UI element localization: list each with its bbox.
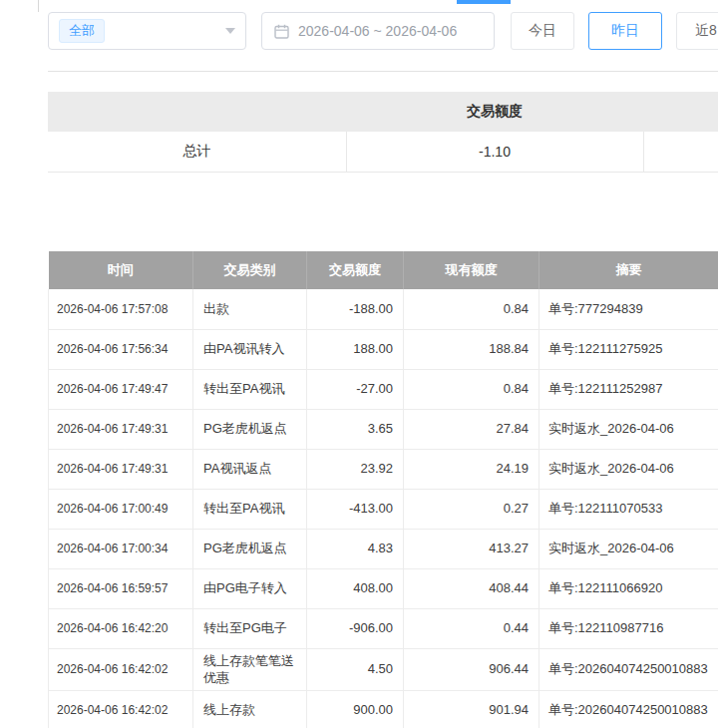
table-cell: 线上存款笔笔送优惠: [193, 648, 307, 690]
table-cell: 单号:202604074250010883: [539, 690, 718, 728]
table-cell: 单号:122111275925: [539, 329, 718, 369]
table-row: 2026-04-06 16:59:57由PG电子转入408.00408.44单号…: [49, 568, 718, 608]
table-row: 2026-04-06 17:00:34PG老虎机返点4.83413.27实时返水…: [49, 529, 718, 568]
table-cell: 2026-04-06 17:00:49: [49, 489, 193, 529]
range-button-last8days[interactable]: 近8日: [676, 12, 718, 50]
table-cell: 413.27: [404, 529, 539, 568]
table-cell: 0.84: [404, 289, 539, 329]
summary-total-row: 总计 -1.10: [48, 132, 718, 172]
table-cell: 0.84: [404, 369, 539, 409]
table-cell: 由PG电子转入: [193, 568, 307, 608]
table-cell: 23.92: [307, 449, 404, 489]
table-cell: 24.19: [404, 449, 539, 489]
table-cell: 转出至PG电子: [193, 608, 307, 648]
table-cell: 4.83: [307, 529, 404, 568]
table-row: 2026-04-06 17:49:31PG老虎机返点3.6527.84实时返水_…: [49, 409, 718, 449]
table-cell: 901.94: [404, 690, 539, 728]
table-cell: 2026-04-06 17:49:47: [49, 369, 193, 409]
table-cell: 188.84: [404, 329, 539, 369]
table-cell: 2026-04-06 16:42:02: [49, 690, 193, 728]
column-header: 摘要: [539, 251, 718, 289]
table-cell: 2026-04-06 16:42:02: [49, 648, 193, 690]
table-row: 2026-04-06 17:00:49转出至PA视讯-413.000.27单号:…: [49, 489, 718, 529]
table-row: 2026-04-06 17:49:31PA视讯返点23.9224.19实时返水_…: [49, 449, 718, 489]
date-range-value: 2026-04-06 ~ 2026-04-06: [298, 23, 457, 39]
table-cell: 线上存款: [193, 690, 307, 728]
table-cell: 实时返水_2026-04-06: [539, 529, 718, 568]
table-cell: -27.00: [307, 369, 404, 409]
table-cell: 4.50: [307, 648, 404, 690]
range-button-yesterday[interactable]: 昨日: [588, 12, 662, 50]
table-cell: 出款: [193, 289, 307, 329]
summary-header-empty: [48, 92, 346, 132]
table-cell: 实时返水_2026-04-06: [539, 409, 718, 449]
table-cell: -188.00: [307, 289, 404, 329]
table-cell: 转出至PA视讯: [193, 489, 307, 529]
table-cell: 408.44: [404, 568, 539, 608]
table-cell: PG老虎机返点: [193, 529, 307, 568]
column-header: 交易额度: [307, 251, 404, 289]
window-edge-mark: [38, 0, 39, 12]
summary-table: 交易额度 总计 -1.10: [48, 92, 718, 173]
table-cell: 由PA视讯转入: [193, 329, 307, 369]
table-cell: 单号:122111252987: [539, 369, 718, 409]
table-cell: 2026-04-06 16:59:57: [49, 568, 193, 608]
column-header: 时间: [49, 251, 193, 289]
table-cell: 0.44: [404, 608, 539, 648]
table-cell: 单号:202604074250010883: [539, 648, 718, 690]
transactions-body: 2026-04-06 17:57:08出款-188.000.84单号:77729…: [49, 289, 718, 728]
table-cell: 27.84: [404, 409, 539, 449]
selected-filter-chip[interactable]: 全部: [59, 19, 105, 43]
table-cell: 188.00: [307, 329, 404, 369]
transactions-table: 时间交易类别交易额度现有额度摘要 2026-04-06 17:57:08出款-1…: [48, 251, 718, 728]
calendar-icon: [274, 24, 289, 39]
table-cell: 单号:122111066920: [539, 568, 718, 608]
summary-header-amount: 交易额度: [346, 92, 643, 132]
table-cell: 单号:777294839: [539, 289, 718, 329]
summary-header-row: 交易额度: [48, 92, 718, 132]
table-cell: 2026-04-06 17:57:08: [49, 289, 193, 329]
table-row: 2026-04-06 17:57:08出款-188.000.84单号:77729…: [49, 289, 718, 329]
range-button-today[interactable]: 今日: [511, 12, 574, 50]
table-cell: 408.00: [307, 568, 404, 608]
table-cell: -906.00: [307, 608, 404, 648]
summary-header-cutoff: [643, 92, 718, 132]
table-cell: 2026-04-06 17:00:34: [49, 529, 193, 568]
table-cell: 2026-04-06 16:42:20: [49, 608, 193, 648]
table-cell: 转出至PA视讯: [193, 369, 307, 409]
date-range-picker[interactable]: 2026-04-06 ~ 2026-04-06: [261, 12, 495, 50]
summary-total-label: 总计: [48, 132, 346, 172]
table-cell: 实时返水_2026-04-06: [539, 449, 718, 489]
transaction-history-page: 全部 2026-04-06 ~ 2026-04-06 今日 昨日 近8日 交易额…: [0, 0, 718, 728]
summary-cell-cutoff: [643, 132, 718, 172]
table-cell: 单号:122110987716: [539, 608, 718, 648]
category-filter-select[interactable]: 全部: [48, 12, 246, 50]
chevron-down-icon: [225, 28, 235, 34]
column-header: 现有额度: [404, 251, 539, 289]
table-row: 2026-04-06 16:42:20转出至PG电子-906.000.44单号:…: [49, 608, 718, 648]
table-cell: 900.00: [307, 690, 404, 728]
table-row: 2026-04-06 17:49:47转出至PA视讯-27.000.84单号:1…: [49, 369, 718, 409]
transactions-header-row: 时间交易类别交易额度现有额度摘要: [49, 251, 718, 289]
table-row: 2026-04-06 17:56:34由PA视讯转入188.00188.84单号…: [49, 329, 718, 369]
table-cell: 2026-04-06 17:56:34: [49, 329, 193, 369]
table-cell: PG老虎机返点: [193, 409, 307, 449]
toolbar-divider: [48, 71, 718, 72]
table-row: 2026-04-06 16:42:02线上存款900.00901.94单号:20…: [49, 690, 718, 728]
active-tab-indicator: [457, 0, 511, 4]
table-cell: 2026-04-06 17:49:31: [49, 409, 193, 449]
table-cell: 2026-04-06 17:49:31: [49, 449, 193, 489]
table-cell: 0.27: [404, 489, 539, 529]
table-cell: PA视讯返点: [193, 449, 307, 489]
column-header: 交易类别: [193, 251, 307, 289]
table-cell: -413.00: [307, 489, 404, 529]
table-cell: 3.65: [307, 409, 404, 449]
table-cell: 单号:122111070533: [539, 489, 718, 529]
summary-total-value: -1.10: [346, 132, 643, 172]
table-cell: 906.44: [404, 648, 539, 690]
table-row: 2026-04-06 16:42:02线上存款笔笔送优惠4.50906.44单号…: [49, 648, 718, 690]
